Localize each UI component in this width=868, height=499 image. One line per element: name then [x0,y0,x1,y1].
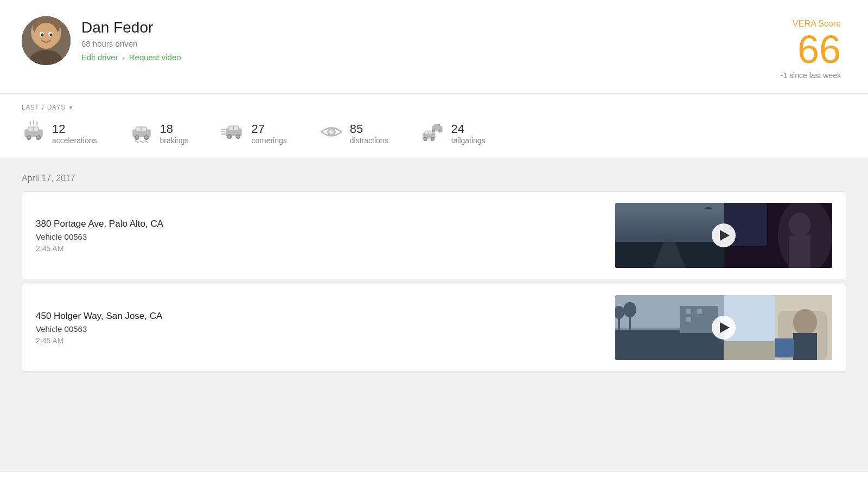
play-button-2[interactable] [712,316,736,340]
driver-actions: Edit driver · Request video [81,53,181,62]
driver-name: Dan Fedor [81,19,181,36]
period-label-text: LAST 7 DAYS [22,104,65,111]
svg-point-41 [237,136,239,138]
date-section: April 17, 2017 [22,174,846,183]
svg-rect-46 [433,124,440,127]
stats-row: 12 accelerations [22,120,841,147]
incident-time-1: 2:45 AM [36,244,615,253]
stat-distractions-info: 85 distractions [350,122,388,145]
svg-rect-65 [707,216,710,238]
svg-point-19 [37,136,40,138]
incident-vehicle-2: Vehicle 00563 [36,324,615,334]
svg-point-17 [28,136,30,138]
svg-rect-71 [789,235,810,268]
video-thumbnails-1[interactable] [615,203,832,268]
svg-point-58 [431,138,433,140]
svg-point-39 [228,136,231,138]
avatar [22,16,71,65]
outdoor-thumbnail-2[interactable] [615,295,724,360]
date-label: April 17, 2017 [22,174,75,183]
svg-rect-75 [615,330,724,360]
stat-accelerations-info: 12 accelerations [52,122,97,145]
stat-brakings: 18 brakings [130,120,189,147]
play-triangle-icon-2 [720,322,730,333]
svg-point-7 [50,34,53,36]
incident-info-2: 450 Holger Way, San Jose, CA Vehicle 005… [36,311,615,345]
accelerations-number: 12 [52,122,97,136]
svg-line-29 [140,141,143,143]
distractions-number: 85 [350,122,388,136]
svg-rect-79 [686,317,691,322]
header: Dan Fedor 68 hours driven Edit driver · … [0,0,868,94]
svg-point-64 [616,212,627,225]
svg-rect-54 [429,131,431,133]
stat-cornerings: 27 cornerings [221,120,286,147]
acceleration-icon [22,120,46,147]
svg-rect-90 [724,341,775,360]
svg-point-48 [433,130,435,132]
incident-info-1: 380 Portage Ave. Palo Alto, CA Vehicle 0… [36,219,615,253]
action-separator: · [123,53,125,62]
svg-line-67 [615,222,724,225]
stat-brakings-info: 18 brakings [160,122,189,145]
request-video-link[interactable]: Request video [129,53,181,62]
svg-point-86 [793,309,817,335]
svg-point-66 [702,207,715,222]
stat-tailgatings: 24 tailgatings [421,120,486,147]
vera-change: -1 since last week [781,71,841,80]
video-thumbnails-2[interactable] [615,295,832,360]
incident-time-2: 2:45 AM [36,336,615,345]
incident-card-1: 380 Portage Ave. Palo Alto, CA Vehicle 0… [22,191,846,279]
brakings-number: 18 [160,122,189,136]
svg-point-6 [41,34,44,36]
content-area: April 17, 2017 380 Portage Ave. Palo Alt… [0,157,868,472]
edit-driver-link[interactable]: Edit driver [81,53,118,62]
svg-rect-22 [136,127,141,131]
incident-card-2: 450 Holger Way, San Jose, CA Vehicle 005… [22,284,846,372]
stat-tailgatings-info: 24 tailgatings [451,122,486,145]
svg-point-70 [789,213,810,236]
cornerings-number: 27 [251,122,286,136]
interior-thumbnail-2[interactable] [724,295,832,360]
play-button-1[interactable] [712,223,736,247]
svg-line-30 [145,141,148,143]
incident-vehicle-1: Vehicle 00563 [36,232,615,241]
stats-section: LAST 7 DAYS ▼ [0,94,868,157]
braking-icon [130,120,154,147]
vera-score-container: VERA Score 66 -1 since last week [781,16,841,80]
svg-point-83 [623,302,636,317]
svg-rect-63 [621,219,623,238]
driver-details: Dan Fedor 68 hours driven Edit driver · … [81,16,181,62]
tailgating-icon [421,120,445,147]
svg-point-50 [439,130,441,132]
incident-address-1: 380 Portage Ave. Palo Alto, CA [36,219,615,229]
distraction-icon [320,122,343,145]
driver-info: Dan Fedor 68 hours driven Edit driver · … [22,16,181,65]
outdoor-thumbnail-1[interactable] [615,203,724,268]
period-selector[interactable]: LAST 7 DAYS ▼ [22,104,841,111]
svg-rect-53 [425,131,428,133]
hours-driven: 68 hours driven [81,39,181,48]
incident-address-2: 450 Holger Way, San Jose, CA [36,311,615,322]
svg-point-25 [136,136,138,138]
svg-rect-37 [234,126,238,130]
stat-cornerings-info: 27 cornerings [251,122,286,145]
svg-rect-87 [793,333,817,360]
svg-point-3 [34,23,58,49]
svg-rect-14 [28,127,33,131]
tailgatings-number: 24 [451,122,486,136]
stat-distractions: 85 distractions [320,122,388,145]
svg-rect-77 [686,309,691,314]
vera-score: 66 [781,30,841,69]
svg-point-56 [424,138,426,140]
svg-point-43 [329,130,334,135]
distractions-label: distractions [350,136,388,145]
svg-rect-36 [229,126,233,130]
svg-line-28 [135,141,138,143]
svg-point-44 [331,130,333,132]
interior-thumbnail-1[interactable] [724,203,832,268]
cornerings-label: cornerings [251,136,286,145]
play-triangle-icon [720,230,730,241]
svg-rect-15 [34,127,38,131]
svg-rect-78 [697,309,702,314]
